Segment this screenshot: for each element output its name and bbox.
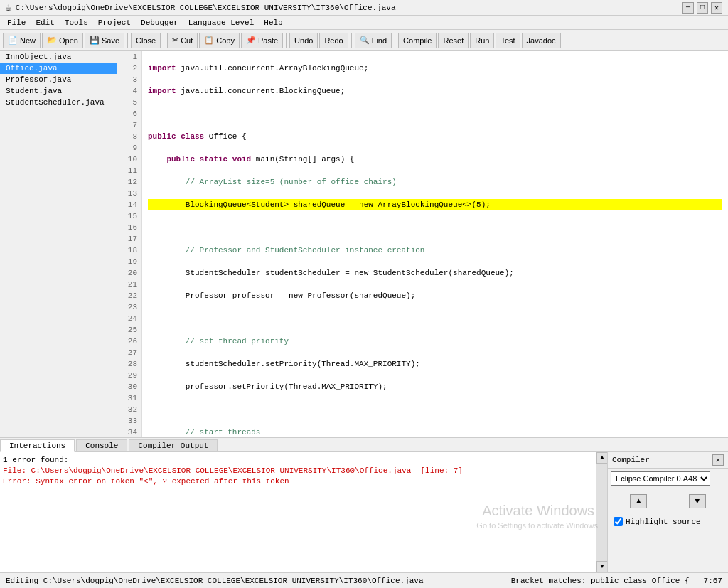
code-line-17: // start threads [148,427,722,437]
code-line-6: // ArrayList size=5 (number of office ch… [148,176,722,188]
tree-item-innobject[interactable]: InnObject.java [0,51,117,63]
save-button[interactable]: 💾Save [85,33,124,48]
menu-bar: File Edit Tools Project Debugger Languag… [0,16,728,30]
test-button[interactable]: Test [496,33,520,48]
tree-item-studentscheduler[interactable]: StudentScheduler.java [0,97,117,108]
ln-33: 33 [122,415,137,427]
ln-20: 20 [122,267,137,279]
compiler-header: Compiler × [608,452,728,469]
ln-7: 7 [122,119,137,131]
code-line-7: BlockingQueue<Student> sharedQueue = new… [148,199,722,210]
compiler-scrollbar: ▲ ▼ [596,452,607,572]
find-button[interactable]: 🔍Find [355,33,392,48]
new-icon: 📄 [8,36,18,45]
menu-language-level[interactable]: Language Level [184,17,258,28]
tab-console[interactable]: Console [76,439,127,451]
ln-17: 17 [122,233,137,245]
tree-item-office[interactable]: Office.java [0,63,117,74]
title-text: C:\Users\dogpig\OneDrive\EXCELSIOR COLLE… [16,4,396,12]
tab-interactions[interactable]: Interactions [0,439,75,452]
ln-28: 28 [122,358,137,370]
bottom-panel: 1 error found: File: C:\Users\dogpig\One… [0,451,728,572]
ln-1: 1 [122,51,137,63]
tree-item-professor[interactable]: Professor.java [0,74,117,85]
compiler-up-arrow[interactable]: ▲ [630,494,647,508]
menu-edit[interactable]: Edit [31,17,58,28]
title-bar-controls[interactable]: ─ □ ✕ [682,2,722,14]
compiler-title: Compiler [612,456,650,464]
bracket-match: Bracket matches: public class Office { [511,577,690,585]
ln-14: 14 [122,199,137,210]
sep1 [127,33,128,48]
save-icon: 💾 [90,36,100,45]
ln-4: 4 [122,85,137,97]
ln-6: 6 [122,108,137,119]
compiler-panel: Compiler × Eclipse Compiler 0.A48 ▲ ▼ Hi… [607,452,728,572]
menu-tools[interactable]: Tools [60,17,92,28]
code-line-10: StudentScheduler studentScheduler = new … [148,267,722,279]
scroll-up-arrow[interactable]: ▲ [596,452,608,464]
code-line-2: import java.util.concurrent.BlockingQueu… [148,85,722,97]
code-line-8 [148,222,722,233]
highlight-source-label: Highlight source [626,518,701,526]
javadoc-button[interactable]: Javadoc [522,33,561,48]
minimize-button[interactable]: ─ [682,2,694,14]
ln-15: 15 [122,210,137,222]
output-panel: 1 error found: File: C:\Users\dogpig\One… [0,452,596,572]
highlight-source-checkbox[interactable] [614,517,623,526]
code-line-13: // set thread priority [148,336,722,347]
ln-2: 2 [122,63,137,74]
ln-9: 9 [122,142,137,154]
code-line-14: studentScheduler.setPriority(Thread.MAX_… [148,358,722,370]
compiler-down-arrow[interactable]: ▼ [689,494,706,508]
code-editor[interactable]: 1 2 3 4 5 6 7 8 9 10 11 12 13 14 15 16 1… [117,51,728,437]
sep3 [286,33,287,48]
ln-27: 27 [122,347,137,358]
maximize-button[interactable]: □ [697,2,708,14]
paste-icon: 📌 [246,36,256,45]
ln-21: 21 [122,279,137,290]
status-bar: Editing C:\Users\dogpig\OneDrive\EXCELSI… [0,572,728,588]
tab-compiler-output[interactable]: Compiler Output [129,439,218,451]
tree-item-student[interactable]: Student.java [0,85,117,97]
menu-file[interactable]: File [3,17,30,28]
code-content[interactable]: import java.util.concurrent.ArrayBlockin… [142,51,728,437]
paste-button[interactable]: 📌Paste [241,33,283,48]
ln-31: 31 [122,392,137,404]
status-left: Editing C:\Users\dogpig\OneDrive\EXCELSI… [6,577,511,585]
run-button[interactable]: Run [470,33,494,48]
bottom-tabs: Interactions Console Compiler Output [0,437,728,451]
main-content: InnObject.java Office.java Professor.jav… [0,51,728,437]
ln-12: 12 [122,176,137,188]
output-line-1: 1 error found: [3,455,593,466]
code-line-9: // Professor and StudentScheduler instan… [148,245,722,256]
ln-25: 25 [122,324,137,336]
cut-icon: ✂ [172,36,178,45]
title-bar-left: ☕ C:\Users\dogpig\OneDrive\EXCELSIOR COL… [6,2,396,14]
reset-button[interactable]: Reset [438,33,469,48]
compile-button[interactable]: Compile [398,33,437,48]
close-file-button[interactable]: Close [131,33,161,48]
scroll-down-arrow[interactable]: ▼ [596,561,608,572]
compiler-dropdown[interactable]: Eclipse Compiler 0.A48 [611,471,710,486]
new-button[interactable]: 📄New [3,33,41,48]
ln-3: 3 [122,74,137,85]
ln-19: 19 [122,256,137,267]
menu-debugger[interactable]: Debugger [136,17,183,28]
cut-button[interactable]: ✂Cut [167,33,198,48]
redo-button[interactable]: Redo [319,33,348,48]
undo-button[interactable]: Undo [289,33,318,48]
code-line-15: professor.setPriority(Thread.MAX_PRIORIT… [148,381,722,392]
open-button[interactable]: 📂Open [42,33,83,48]
menu-project[interactable]: Project [94,17,135,28]
ln-8: 8 [122,131,137,142]
title-bar: ☕ C:\Users\dogpig\OneDrive\EXCELSIOR COL… [0,0,728,16]
close-button[interactable]: ✕ [711,2,722,14]
copy-icon: 📋 [204,36,214,45]
code-line-12 [148,313,722,324]
code-line-3 [148,108,722,119]
sep5 [395,33,395,48]
copy-button[interactable]: 📋Copy [199,33,240,48]
compiler-close-button[interactable]: × [712,454,724,466]
menu-help[interactable]: Help [259,17,287,28]
